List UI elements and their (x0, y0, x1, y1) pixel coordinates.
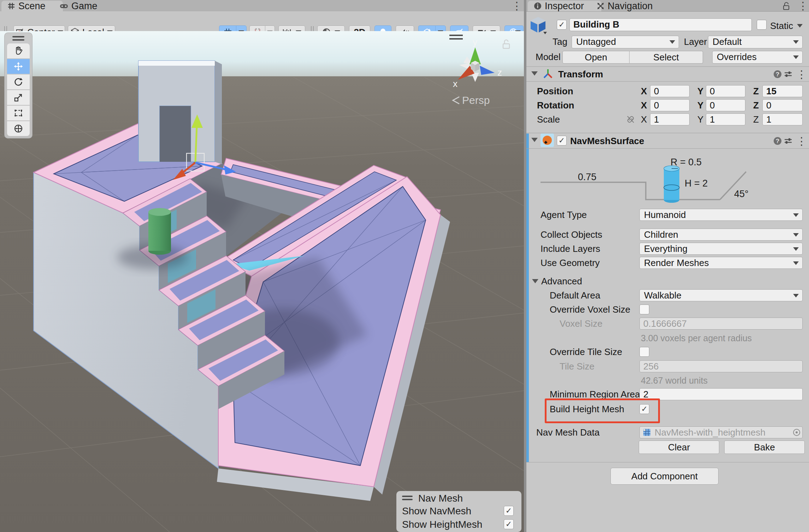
model-open-button[interactable]: Open (562, 51, 630, 64)
link-broken-icon[interactable] (626, 115, 635, 124)
navmesh-foldout[interactable] (531, 138, 538, 142)
model-label: Model (536, 51, 561, 63)
agent-type-dropdown[interactable]: Humanoid (639, 209, 803, 221)
svg-text:?: ? (776, 138, 779, 144)
bake-button[interactable]: Bake (724, 441, 805, 454)
move-tool-button[interactable] (7, 59, 30, 74)
position-z-field[interactable]: 15 (762, 85, 803, 97)
add-component-button[interactable]: Add Component (610, 468, 719, 485)
overrides-dropdown[interactable]: Overrides (712, 51, 803, 64)
collect-objects-dropdown[interactable]: Children (639, 229, 803, 241)
nav-mesh-data-label: Nav Mesh Data (536, 426, 600, 438)
hand-tool-button[interactable] (7, 43, 30, 58)
show-navmesh-checkbox[interactable]: ✓ (504, 506, 514, 516)
include-layers-value: Everything (644, 243, 687, 254)
tag-dropdown[interactable]: Untagged (572, 36, 679, 48)
tab-inspector-label: Inspector (545, 1, 584, 12)
clear-button[interactable]: Clear (639, 441, 719, 454)
rotation-y-field[interactable]: 0 (706, 99, 745, 111)
static-label: Static (770, 20, 793, 32)
unity-editor-window: { "window": { "scene_tab": "Scene", "gam… (0, 0, 809, 532)
navmeshsurface-title[interactable]: NavMeshSurface (570, 135, 644, 147)
position-x-field[interactable]: 0 (650, 85, 690, 97)
rotate-icon (13, 77, 24, 87)
advanced-label: Advanced (541, 275, 582, 287)
rotation-z-field[interactable]: 0 (762, 99, 803, 111)
position-x-axis: X (641, 85, 647, 97)
layer-label: Layer (684, 36, 707, 48)
transform-foldout[interactable] (531, 71, 538, 76)
navmesh-overlay-handle-icon[interactable] (402, 494, 413, 502)
collect-objects-value: Children (644, 229, 678, 240)
scene-toolbar: Center Local 2D (0, 11, 524, 31)
layer-dropdown[interactable]: Default (708, 36, 803, 48)
scene-tools-overlay (4, 32, 33, 138)
projection-label[interactable]: Persp (462, 94, 490, 106)
build-height-mesh-checkbox[interactable]: ✓ (639, 404, 649, 414)
static-dropdown-arrow[interactable] (797, 24, 803, 28)
tools-handle-icon[interactable] (12, 34, 24, 42)
tab-game[interactable]: Game (54, 1, 110, 11)
inspector-panel: Inspector Navigation ⋮ ✓ Building B Stat… (526, 0, 809, 532)
navmeshsurface-icon (541, 134, 554, 147)
tab-navigation-label: Navigation (608, 1, 653, 12)
scene-viewport[interactable]: y x z Persp (0, 31, 524, 532)
tower-doorway (160, 106, 191, 162)
tile-size-field[interactable]: 256 (639, 360, 803, 372)
model-open-label: Open (585, 52, 607, 63)
navmeshsurface-enabled-checkbox[interactable]: ✓ (557, 136, 567, 146)
rotation-x-field[interactable]: 0 (650, 99, 690, 111)
scale-icon (13, 92, 24, 103)
rotation-x-axis: X (641, 99, 647, 111)
clear-label: Clear (668, 442, 690, 453)
object-picker-icon[interactable] (792, 428, 801, 437)
transform-tool-button[interactable] (7, 121, 30, 136)
navmesh-menu[interactable]: ⋮ (796, 136, 807, 147)
use-geometry-label: Use Geometry (541, 257, 600, 269)
agent-type-value: Humanoid (644, 209, 686, 220)
nav-mesh-data-value: NavMesh-with_heightmesh (655, 427, 766, 438)
tab-game-label: Game (71, 1, 98, 12)
use-geometry-dropdown[interactable]: Render Meshes (639, 257, 803, 269)
panel-splitter[interactable] (524, 0, 526, 532)
scene-tabbar-menu[interactable]: ⋮ (512, 1, 522, 11)
transform-title[interactable]: Transform (558, 68, 603, 80)
rect-tool-button[interactable] (7, 106, 30, 120)
help-icon[interactable]: ? (773, 136, 782, 146)
advanced-foldout[interactable] (532, 279, 538, 283)
scale-tool-button[interactable] (7, 90, 30, 105)
inspector-menu[interactable]: ⋮ (798, 1, 808, 11)
voxel-size-field[interactable]: 0.1666667 (639, 318, 803, 330)
show-heightmesh-checkbox[interactable]: ✓ (504, 519, 514, 529)
rotate-tool-button[interactable] (7, 75, 30, 89)
presets-icon[interactable] (784, 70, 793, 79)
inspector-unlock-icon[interactable] (781, 1, 791, 11)
scale-z-field[interactable]: 1 (762, 113, 803, 125)
override-tile-checkbox[interactable] (639, 347, 649, 357)
override-voxel-checkbox[interactable] (639, 305, 649, 314)
include-layers-dropdown[interactable]: Everything (639, 243, 803, 255)
default-area-dropdown[interactable]: Walkable (639, 289, 803, 301)
min-region-field[interactable]: 2 (639, 388, 803, 400)
scale-x-field[interactable]: 1 (650, 113, 690, 125)
rotation-z-axis: Z (753, 99, 759, 111)
help-icon[interactable]: ? (773, 70, 782, 79)
position-y-field[interactable]: 0 (706, 85, 745, 97)
transform-icon (542, 68, 554, 80)
position-z-axis: Z (753, 85, 759, 97)
tag-value: Untagged (576, 36, 616, 47)
agent-diagram: R = 0.5 0.75 H = 2 45° (526, 152, 809, 208)
gameobject-name-field[interactable]: Building B (569, 18, 752, 31)
presets-icon[interactable] (784, 136, 793, 146)
navmesh-overlay-title: Nav Mesh (418, 493, 463, 504)
active-checkbox[interactable]: ✓ (557, 20, 567, 30)
tab-navigation[interactable]: Navigation (591, 1, 683, 11)
nav-mesh-data-field[interactable]: NavMesh-with_heightmesh (639, 426, 803, 438)
transform-menu[interactable]: ⋮ (796, 69, 807, 80)
scale-y-field[interactable]: 1 (706, 113, 745, 125)
tower-right-side (215, 61, 222, 164)
tab-inspector[interactable]: Inspector (528, 1, 601, 11)
model-select-button[interactable]: Select (630, 51, 703, 64)
prefab-icon[interactable] (529, 16, 547, 35)
static-checkbox[interactable] (757, 20, 767, 30)
